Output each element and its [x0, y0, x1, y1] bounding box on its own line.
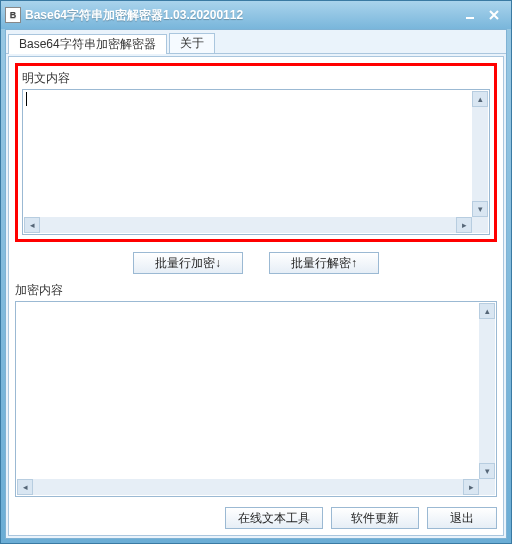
- encrypt-button[interactable]: 批量行加密↓: [133, 252, 243, 274]
- app-window: B Base64字符串加密解密器1.03.20200112 Base64字符串加…: [0, 0, 512, 544]
- update-label: 软件更新: [351, 510, 399, 527]
- plain-scroll-v[interactable]: ▴ ▾: [472, 91, 488, 217]
- minimize-icon: [465, 10, 475, 20]
- decrypt-button[interactable]: 批量行解密↑: [269, 252, 379, 274]
- scroll-up-icon[interactable]: ▴: [472, 91, 488, 107]
- footer-row: 在线文本工具 软件更新 退出: [15, 507, 497, 529]
- cipher-section: 加密内容 ▴ ▾ ◂ ▸: [15, 282, 497, 497]
- window-title: Base64字符串加密解密器1.03.20200112: [25, 7, 243, 24]
- plain-highlight-frame: 明文内容 ▴ ▾ ◂ ▸: [15, 63, 497, 242]
- tab-main[interactable]: Base64字符串加密解密器: [8, 34, 167, 54]
- tab-main-label: Base64字符串加密解密器: [19, 36, 156, 53]
- plain-scroll-corner: [472, 217, 488, 233]
- app-icon: B: [5, 7, 21, 23]
- encrypt-button-label: 批量行加密↓: [155, 255, 221, 272]
- close-icon: [489, 10, 499, 20]
- tab-about-label: 关于: [180, 35, 204, 52]
- update-button[interactable]: 软件更新: [331, 507, 419, 529]
- online-tools-button[interactable]: 在线文本工具: [225, 507, 323, 529]
- plain-label: 明文内容: [22, 70, 490, 87]
- close-button[interactable]: [483, 6, 505, 24]
- scroll-down-icon[interactable]: ▾: [472, 201, 488, 217]
- cipher-input[interactable]: [16, 302, 496, 496]
- scroll-right-icon[interactable]: ▸: [456, 217, 472, 233]
- cipher-label: 加密内容: [15, 282, 497, 299]
- svg-rect-0: [466, 17, 474, 19]
- text-caret: [26, 92, 27, 106]
- minimize-button[interactable]: [459, 6, 481, 24]
- tab-about[interactable]: 关于: [169, 33, 215, 53]
- cipher-scroll-v[interactable]: ▴ ▾: [479, 303, 495, 479]
- tabbar: Base64字符串加密解密器 关于: [6, 30, 506, 54]
- plain-textbox-wrap: ▴ ▾ ◂ ▸: [22, 89, 490, 235]
- scroll-left-icon[interactable]: ◂: [17, 479, 33, 495]
- plain-scroll-h[interactable]: ◂ ▸: [24, 217, 472, 233]
- exit-label: 退出: [450, 510, 474, 527]
- action-row: 批量行加密↓ 批量行解密↑: [15, 252, 497, 274]
- online-tools-label: 在线文本工具: [238, 510, 310, 527]
- scroll-left-icon[interactable]: ◂: [24, 217, 40, 233]
- exit-button[interactable]: 退出: [427, 507, 497, 529]
- titlebar[interactable]: B Base64字符串加密解密器1.03.20200112: [1, 1, 511, 29]
- plain-input[interactable]: [23, 90, 489, 234]
- client-area: Base64字符串加密解密器 关于 明文内容 ▴ ▾ ◂ ▸: [5, 29, 507, 539]
- scroll-up-icon[interactable]: ▴: [479, 303, 495, 319]
- scroll-right-icon[interactable]: ▸: [463, 479, 479, 495]
- scroll-down-icon[interactable]: ▾: [479, 463, 495, 479]
- tab-page-main: 明文内容 ▴ ▾ ◂ ▸ 批量行加密↓ 批量行解密↑: [8, 56, 504, 536]
- cipher-textbox-wrap: ▴ ▾ ◂ ▸: [15, 301, 497, 497]
- decrypt-button-label: 批量行解密↑: [291, 255, 357, 272]
- cipher-scroll-h[interactable]: ◂ ▸: [17, 479, 479, 495]
- cipher-scroll-corner: [479, 479, 495, 495]
